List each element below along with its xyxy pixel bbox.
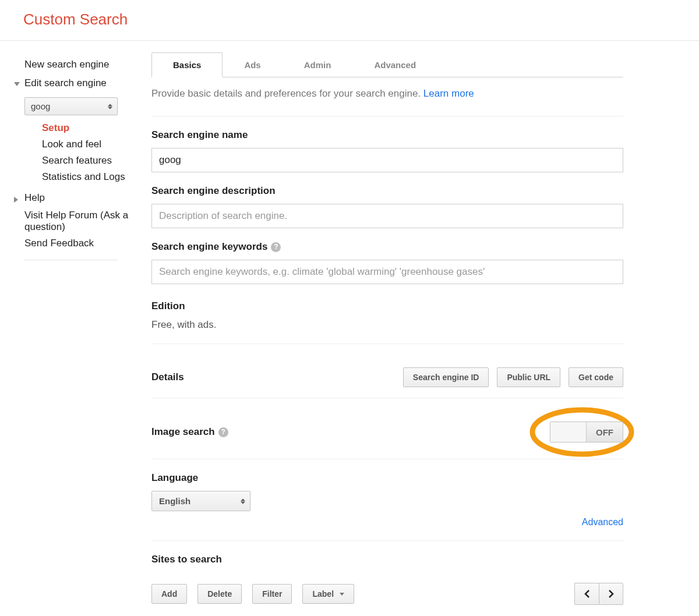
language-advanced-link[interactable]: Advanced: [151, 511, 623, 528]
sidebar-item-label: Edit search engine: [24, 77, 107, 88]
engine-select[interactable]: goog: [24, 97, 118, 115]
description-input[interactable]: [151, 204, 623, 228]
updown-icon: [108, 104, 112, 109]
sidebar-item-new-engine[interactable]: New search engine: [0, 55, 134, 74]
search-engine-id-button[interactable]: Search engine ID: [403, 367, 489, 387]
chevron-left-icon: [584, 589, 591, 599]
prev-page-button[interactable]: [574, 583, 599, 605]
public-url-button[interactable]: Public URL: [497, 367, 560, 387]
sidebar-item-edit-engine[interactable]: Edit search engine: [0, 74, 134, 93]
section-divider: [151, 398, 623, 398]
sidebar-item-visit-forum[interactable]: Visit Help Forum (Ask a question): [0, 207, 134, 235]
tab-advanced[interactable]: Advanced: [352, 52, 437, 77]
engine-select-value: goog: [31, 101, 50, 111]
sidebar-subitem-statistics[interactable]: Statistics and Logs: [42, 169, 134, 185]
get-code-button[interactable]: Get code: [569, 367, 623, 387]
label-dropdown-button[interactable]: Label: [302, 584, 354, 604]
section-divider: [151, 459, 623, 459]
keywords-input[interactable]: [151, 260, 623, 284]
keywords-label: Search engine keywords ?: [151, 241, 623, 253]
language-select[interactable]: English: [151, 491, 250, 511]
toggle-state: OFF: [587, 422, 623, 442]
sidebar-item-send-feedback[interactable]: Send Feedback: [0, 235, 134, 252]
sidebar-item-label: Help: [24, 192, 45, 203]
page-title: Custom Search: [23, 10, 676, 29]
sites-label: Sites to search: [151, 554, 623, 565]
sidebar-item-help[interactable]: Help: [0, 189, 134, 207]
add-button[interactable]: Add: [151, 584, 187, 604]
language-select-value: English: [159, 496, 190, 506]
section-divider: [151, 540, 623, 541]
delete-button[interactable]: Delete: [197, 584, 242, 604]
tab-admin[interactable]: Admin: [283, 52, 353, 77]
toggle-empty-half: [550, 422, 587, 442]
section-divider: [151, 116, 623, 116]
section-divider: [151, 344, 623, 344]
updown-icon: [241, 498, 245, 504]
caret-down-icon: [14, 82, 20, 86]
help-icon[interactable]: ?: [271, 242, 281, 252]
tab-basics[interactable]: Basics: [151, 52, 223, 77]
chevron-right-icon: [608, 589, 615, 599]
language-label: Language: [151, 472, 623, 484]
edition-label: Edition: [151, 300, 623, 312]
help-icon[interactable]: ?: [218, 427, 228, 437]
image-search-label: Image search ?: [151, 426, 228, 438]
intro-text-content: Provide basic details and preferences fo…: [151, 88, 423, 99]
next-page-button[interactable]: [599, 583, 623, 605]
sidebar-subitem-search-features[interactable]: Search features: [42, 153, 134, 169]
keywords-label-text: Search engine keywords: [151, 241, 267, 253]
name-input[interactable]: [151, 148, 623, 172]
details-label: Details: [151, 371, 184, 383]
image-search-toggle[interactable]: OFF: [550, 422, 623, 442]
description-label: Search engine description: [151, 185, 623, 197]
intro-text: Provide basic details and preferences fo…: [151, 77, 623, 110]
dropdown-caret-icon: [340, 593, 344, 596]
caret-right-icon: [14, 197, 18, 203]
filter-button[interactable]: Filter: [252, 584, 292, 604]
sidebar-divider: [24, 260, 118, 260]
name-label: Search engine name: [151, 129, 623, 141]
label-button-text: Label: [312, 589, 334, 599]
sidebar-subitem-look-and-feel[interactable]: Look and feel: [42, 136, 134, 153]
image-search-label-text: Image search: [151, 426, 215, 438]
intro-learn-more-link[interactable]: Learn more: [423, 88, 474, 99]
tabs: Basics Ads Admin Advanced: [151, 52, 623, 77]
main-content: Basics Ads Admin Advanced Provide basic …: [134, 41, 699, 616]
edition-value: Free, with ads.: [151, 319, 623, 331]
tab-ads[interactable]: Ads: [223, 52, 282, 77]
sidebar: New search engine Edit search engine goo…: [0, 41, 134, 616]
sidebar-subitem-setup[interactable]: Setup: [42, 120, 134, 136]
